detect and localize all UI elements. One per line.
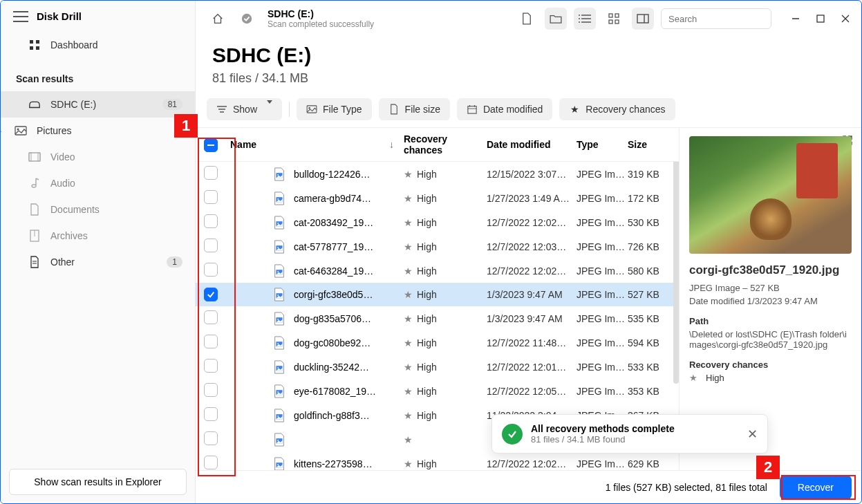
col-recovery-header[interactable]: Recovery chances — [404, 133, 487, 156]
sidebar-archives-label: Archives — [50, 230, 182, 241]
check-icon — [502, 424, 523, 445]
menu-icon[interactable] — [13, 11, 28, 22]
svg-point-67 — [277, 464, 279, 465]
table-row[interactable]: cat-5778777_19… ★High 12/7/2022 12:03… J… — [196, 234, 679, 259]
file-icon — [388, 104, 400, 115]
row-size: 527 KB — [628, 289, 679, 300]
chevron-right-icon[interactable]: ▸ — [0, 127, 5, 136]
table-row[interactable]: cat-2083492_19… ★High 12/7/2022 12:02… J… — [196, 210, 679, 234]
table-row[interactable]: camera-gb9d74… ★High 1/27/2023 1:49 A… J… — [196, 186, 679, 210]
toast-close-icon[interactable]: ✕ — [747, 427, 758, 442]
table-row[interactable]: bulldog-122426… ★High 12/15/2022 3:07… J… — [196, 162, 679, 186]
jpeg-file-icon — [272, 311, 287, 326]
filter-date-modified[interactable]: Date modified — [457, 98, 552, 120]
grid-view-icon[interactable] — [603, 8, 625, 30]
folder-icon-btn[interactable] — [545, 8, 567, 30]
row-date: 12/7/2022 12:01… — [487, 362, 577, 373]
show-dropdown[interactable]: Show — [207, 98, 282, 120]
row-chance: High — [417, 193, 437, 204]
col-date-header[interactable]: Date modified — [487, 139, 577, 150]
sidebar-header-scan: Scan results — [1, 66, 195, 91]
row-chance: High — [417, 169, 437, 180]
list-view-icon[interactable] — [574, 8, 596, 30]
row-checkbox[interactable] — [204, 456, 218, 469]
sidebar-audio-label: Audio — [50, 178, 182, 189]
row-checkbox[interactable] — [204, 359, 218, 373]
sidebar-item-sdhc[interactable]: SDHC (E:) 81 — [1, 91, 195, 118]
row-checkbox[interactable] — [204, 214, 218, 228]
row-filename: corgi-gfc38e0d5… — [294, 289, 373, 300]
row-type: JPEG Im… — [577, 217, 628, 228]
select-all-checkbox[interactable] — [204, 138, 218, 152]
row-checkbox[interactable] — [204, 431, 218, 445]
close-button[interactable] — [841, 14, 850, 24]
search-input[interactable] — [668, 14, 785, 24]
table-row[interactable]: kittens-2273598… ★High 12/7/2022 12:02… … — [196, 451, 679, 470]
home-icon[interactable] — [207, 8, 229, 30]
row-date: 12/7/2022 12:03… — [487, 241, 577, 252]
recover-button[interactable]: Recover — [780, 476, 852, 499]
row-checkbox[interactable] — [204, 239, 218, 252]
row-size: 594 KB — [628, 337, 679, 348]
table-row[interactable]: dog-gc080be92… ★High 12/7/2022 11:48… JP… — [196, 330, 679, 355]
col-size-header[interactable]: Size — [628, 139, 679, 150]
search-box[interactable] — [661, 8, 771, 29]
check-badge-icon — [236, 8, 258, 30]
filter-toolbar: Show File Type File size Date modified ★… — [196, 94, 861, 127]
star-icon: ★ — [404, 217, 413, 228]
table-row[interactable]: eye-6178082_19… ★High 12/7/2022 12:05… J… — [196, 379, 679, 403]
preview-image — [689, 136, 852, 254]
filter-recovery-chances[interactable]: ★ Recovery chances — [559, 98, 675, 120]
row-size: 580 KB — [628, 265, 679, 277]
row-checkbox[interactable] — [204, 407, 218, 421]
row-checkbox[interactable] — [204, 190, 218, 204]
sidebar-top: Disk Drill — [1, 1, 195, 32]
show-in-explorer-button[interactable]: Show scan results in Explorer — [9, 469, 187, 495]
row-checkbox[interactable] — [204, 166, 218, 180]
sidebar-item-archives[interactable]: Archives — [1, 223, 195, 249]
row-checkbox[interactable] — [204, 383, 218, 397]
star-icon: ★ — [404, 434, 413, 445]
preview-filename: corgi-gfc38e0d57_1920.jpg — [689, 263, 852, 277]
filter-file-type[interactable]: File Type — [297, 98, 372, 120]
filter-file-size[interactable]: File size — [379, 98, 450, 120]
star-icon: ★ — [404, 265, 413, 277]
row-type: JPEG Im… — [577, 289, 628, 300]
star-icon: ★ — [404, 410, 413, 421]
col-name-header[interactable]: Name ↓ — [223, 139, 404, 150]
nav-dashboard[interactable]: Dashboard — [1, 32, 195, 58]
row-checkbox[interactable] — [204, 335, 218, 348]
image-icon — [306, 104, 317, 115]
sidebar-item-audio[interactable]: Audio — [1, 170, 195, 196]
row-chance: High — [417, 217, 437, 228]
row-checkbox[interactable] — [204, 263, 218, 277]
minimize-button[interactable] — [791, 14, 800, 24]
row-filename: cat-5778777_19… — [294, 241, 373, 252]
maximize-button[interactable] — [816, 14, 825, 24]
row-checkbox[interactable] — [204, 288, 218, 301]
document-icon — [28, 203, 41, 216]
table-row[interactable]: duckling-35242… ★High 12/7/2022 12:01… J… — [196, 355, 679, 379]
sidebar-item-other[interactable]: Other 1 — [1, 249, 195, 275]
row-date: 1/27/2023 1:49 A… — [487, 193, 577, 204]
sidebar-item-pictures[interactable]: ▸ Pictures — [1, 118, 195, 144]
row-type: JPEG Im… — [577, 241, 628, 252]
row-size: 353 KB — [628, 386, 679, 397]
svg-rect-3 — [36, 46, 39, 50]
table-row[interactable]: cat-6463284_19… ★High 12/7/2022 12:02… J… — [196, 259, 679, 283]
row-size: 726 KB — [628, 241, 679, 252]
svg-rect-1 — [36, 40, 39, 44]
row-checkbox[interactable] — [204, 310, 218, 324]
scrollbar[interactable] — [673, 156, 679, 384]
sidebar-item-documents[interactable]: Documents — [1, 196, 195, 223]
jpeg-file-icon — [272, 384, 287, 399]
panel-view-icon[interactable] — [632, 8, 654, 30]
file-icon-btn[interactable] — [516, 8, 538, 30]
col-type-header[interactable]: Type — [577, 139, 628, 150]
sidebar-item-video[interactable]: Video — [1, 144, 195, 170]
table-row[interactable]: corgi-gfc38e0d5… ★High 1/3/2023 9:47 AM … — [196, 283, 679, 306]
sidebar-footer: Show scan results in Explorer — [1, 460, 195, 503]
table-row[interactable]: dog-g835a5706… ★High 1/3/2023 9:47 AM JP… — [196, 306, 679, 330]
row-filename: duckling-35242… — [294, 362, 369, 373]
star-icon: ★ — [404, 313, 413, 324]
